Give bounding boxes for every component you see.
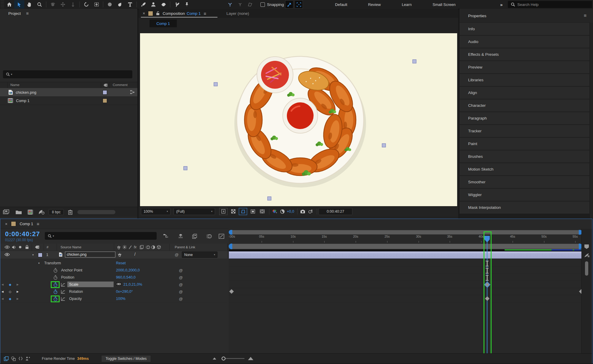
motion-blur-column-icon[interactable] (145, 244, 150, 251)
pan-behind-anchor-tool-icon[interactable] (91, 0, 101, 9)
keyframe-at-time-icon[interactable]: ◆ (9, 283, 11, 287)
region-of-interest-icon[interactable] (249, 208, 257, 215)
add-keyframe-icon[interactable]: ◇ (9, 290, 11, 294)
panel-tab-brushes[interactable]: Brushes (460, 150, 589, 163)
draft-3d-icon[interactable] (176, 233, 185, 240)
bit-depth-button[interactable]: 8 bpc (49, 209, 64, 215)
brush-tool-icon[interactable] (138, 0, 148, 9)
layer-name-field[interactable]: chicken.png (65, 252, 115, 257)
unlock-icon[interactable] (156, 11, 160, 15)
property-row-scale[interactable]: ◀ ◆ ▶ Scale 21,0,21,0% @ (0, 281, 228, 288)
panel-tab-paint[interactable]: Paint (460, 138, 589, 150)
layer-shy-icon[interactable] (117, 253, 122, 257)
rotation-keyframe-start[interactable] (229, 289, 234, 294)
help-search-box[interactable]: Search Help (508, 1, 592, 8)
timeline-zoom-track[interactable] (225, 358, 244, 359)
next-keyframe-icon[interactable]: ▶ (17, 297, 19, 300)
project-item-comp-1[interactable]: Comp 1 (0, 96, 137, 105)
property-row-anchor-point[interactable]: Anchor Point 2000,0,2000,0 @ (0, 267, 228, 274)
panel-tab-mask-interpolation[interactable]: Mask Interpolation (460, 201, 589, 214)
dolly-camera-tool-icon[interactable] (68, 0, 78, 9)
composition-tab-comp-name[interactable]: Comp 1 (187, 11, 201, 16)
layer-row-chicken[interactable]: ▾ 1 chicken.png / @ None▾ (0, 251, 228, 259)
frame-blending-switch-icon[interactable] (190, 233, 199, 240)
property-label[interactable]: Rotation (69, 290, 83, 294)
work-area-start-handle[interactable] (229, 244, 232, 249)
hand-tool-icon[interactable] (24, 0, 34, 9)
quality-switch-icon[interactable] (128, 244, 132, 251)
safe-margins-icon[interactable] (258, 208, 266, 215)
toggle-switches-modes-button[interactable]: Toggle Switches / Modes (101, 355, 151, 362)
world-axis-mode-icon[interactable] (235, 0, 245, 9)
previous-keyframe-icon[interactable]: ◀ (1, 297, 4, 300)
expand-in-out-panes-icon[interactable] (17, 356, 24, 362)
label-color-column-tag-icon[interactable] (103, 83, 108, 87)
panel-tab-smoother[interactable]: Smoother (460, 176, 589, 188)
layer-eye-icon[interactable] (4, 251, 10, 258)
close-icon[interactable]: × (143, 11, 145, 16)
orbit-camera-tool-icon[interactable] (48, 0, 58, 9)
keyframe-at-time-icon[interactable]: ◆ (9, 297, 11, 301)
panel-tab-character[interactable]: Character (460, 99, 589, 112)
local-axis-mode-icon[interactable] (225, 0, 235, 9)
expand-render-time-pane-icon[interactable] (24, 356, 31, 362)
selection-tool-icon[interactable] (14, 0, 24, 9)
project-comment-column[interactable]: Comment (113, 83, 128, 87)
expand-layer-switches-icon[interactable] (3, 356, 10, 362)
graph-toggle-icon[interactable] (61, 297, 65, 301)
frame-blend-column-icon[interactable] (140, 244, 144, 251)
roto-brush-tool-icon[interactable] (172, 0, 182, 9)
property-value[interactable]: 960,0,540,0 (116, 275, 136, 279)
workspace-tab-review[interactable]: Review (368, 0, 381, 9)
source-name-column[interactable]: Source Name (61, 244, 81, 251)
panel-tab-preview[interactable]: Preview (460, 61, 589, 73)
pan-camera-tool-icon[interactable] (58, 0, 68, 9)
layer-expand-chevron-icon[interactable]: ▾ (32, 253, 34, 256)
adjustment-layer-column-icon[interactable] (151, 244, 155, 251)
transparency-grid-icon[interactable] (229, 208, 237, 215)
solo-icon[interactable] (19, 244, 21, 251)
property-value[interactable]: 0x+290,0° (116, 290, 133, 294)
snap-bounding-box-icon[interactable] (295, 0, 303, 9)
close-icon[interactable]: × (5, 222, 7, 226)
pen-tool-icon[interactable] (115, 0, 125, 9)
property-label[interactable]: Anchor Point (61, 268, 82, 272)
parent-link-column[interactable]: Parent & Link (175, 244, 195, 251)
vertical-scrollbar[interactable] (585, 261, 588, 276)
time-navigator-start-handle[interactable] (229, 230, 232, 235)
property-label[interactable]: Opacity (69, 297, 82, 301)
current-timecode[interactable]: 0:00:40:27 (5, 230, 40, 238)
time-navigator-bar[interactable] (229, 230, 583, 235)
motion-blur-switch-icon[interactable] (205, 233, 214, 240)
timeline-tab-label[interactable]: Comp 1 (20, 222, 33, 226)
workspace-overflow-chevrons[interactable]: » (500, 0, 503, 9)
panel-tab-wiggler[interactable]: Wiggler (460, 189, 589, 201)
properties-menu-icon[interactable]: ≡ (584, 13, 586, 18)
snapping-checkbox[interactable] (260, 2, 265, 7)
property-value[interactable]: 2000,0,2000,0 (116, 268, 140, 272)
show-snapshot-icon[interactable] (307, 208, 314, 215)
horizontal-scrollbar[interactable] (77, 210, 115, 214)
transform-group-label[interactable]: Transform (44, 261, 61, 265)
property-label[interactable]: Position (61, 275, 74, 279)
usage-flowchart-icon[interactable] (130, 90, 135, 94)
property-pickwhip-icon[interactable]: @ (179, 282, 183, 287)
workspace-tab-small-screen[interactable]: Small Screen (433, 0, 455, 9)
rotation-tool-icon[interactable] (81, 0, 91, 9)
panel-tab-motion-sketch[interactable]: Motion Sketch (460, 163, 589, 175)
panel-tab-libraries[interactable]: Libraries (460, 74, 589, 86)
zoom-out-mountain-icon[interactable] (213, 357, 216, 360)
new-composition-icon[interactable] (27, 209, 34, 215)
viewer-timecode[interactable]: 0:00:40:27 (319, 208, 352, 215)
previous-keyframe-icon[interactable]: ◀ (1, 283, 4, 286)
zoom-tool-icon[interactable] (34, 0, 44, 9)
work-area-bar[interactable] (229, 244, 583, 249)
transform-group-row[interactable]: ▾ Transform Reset (0, 260, 228, 267)
panel-tab-tracker[interactable]: Tracker (460, 125, 589, 137)
trash-icon[interactable] (68, 209, 73, 215)
graph-toggle-icon[interactable] (61, 283, 65, 287)
panel-tab-paragraph[interactable]: Paragraph (460, 112, 589, 124)
exposure-icon[interactable] (279, 208, 286, 215)
property-value[interactable]: 100% (116, 297, 125, 301)
transform-reset-link[interactable]: Reset (116, 261, 126, 265)
